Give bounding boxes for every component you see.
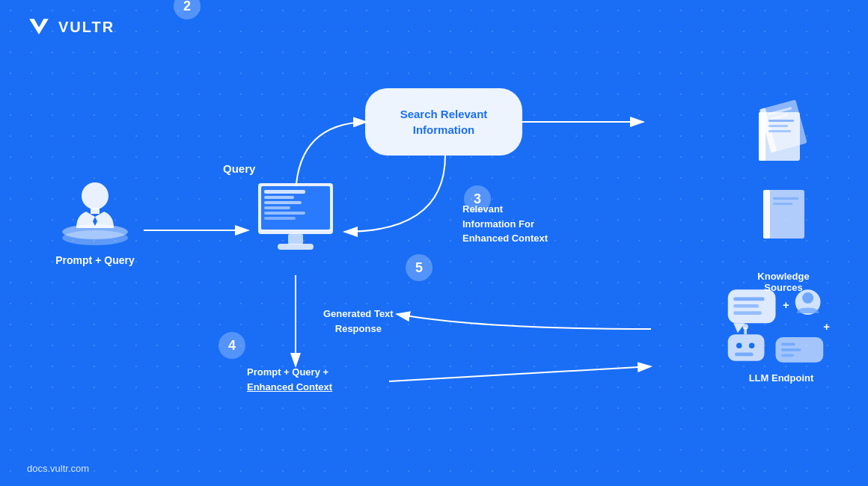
header: VULTR: [27, 16, 114, 37]
llm-endpoint: + + LLM Endpoint: [721, 284, 841, 384]
step-5-badge: 5: [406, 254, 433, 281]
svg-rect-37: [733, 304, 759, 308]
user-icon: [58, 164, 132, 247]
user-figure: Prompt + Query: [46, 164, 144, 266]
svg-text:+: +: [783, 298, 789, 311]
svg-point-9: [82, 182, 109, 209]
llm-label: LLM Endpoint: [721, 372, 841, 384]
svg-rect-29: [768, 130, 791, 132]
svg-rect-15: [264, 201, 302, 204]
svg-rect-17: [264, 212, 305, 215]
svg-rect-28: [768, 125, 788, 127]
svg-rect-52: [781, 354, 794, 357]
svg-point-44: [736, 342, 742, 348]
prompt-query-context-label: Prompt + Query +Enhanced Context: [247, 365, 332, 394]
svg-rect-19: [288, 234, 303, 244]
vultr-logo-icon: [27, 16, 51, 37]
svg-rect-14: [264, 196, 294, 199]
svg-rect-43: [728, 334, 765, 361]
knowledge-icon: [746, 75, 821, 172]
svg-rect-36: [733, 298, 764, 301]
search-box-text: Search RelevantInformation: [400, 106, 488, 138]
svg-rect-26: [759, 112, 765, 161]
svg-rect-31: [763, 190, 770, 239]
svg-rect-46: [735, 353, 753, 357]
query-label: Query: [223, 162, 255, 175]
svg-point-40: [802, 292, 813, 304]
svg-rect-50: [781, 342, 795, 345]
step-4-badge: 4: [218, 332, 245, 359]
svg-rect-10: [91, 208, 100, 214]
svg-line-5: [389, 366, 651, 381]
computer-figure: [247, 179, 344, 261]
step-2-badge: 2: [174, 0, 201, 19]
svg-rect-20: [278, 244, 314, 250]
user-label: Prompt + Query: [46, 254, 144, 266]
svg-rect-13: [264, 190, 305, 194]
knowledge-icon-2: [746, 167, 821, 265]
logo-text: VULTR: [58, 19, 114, 36]
svg-point-45: [749, 342, 755, 348]
computer-icon: [251, 179, 340, 258]
svg-rect-27: [768, 120, 794, 122]
svg-rect-51: [781, 348, 801, 351]
relevant-info-label: RelevantInformation ForEnhanced Context: [462, 202, 548, 246]
generated-text-label: Generated TextResponse: [323, 307, 394, 336]
search-box: Search RelevantInformation: [365, 88, 522, 156]
svg-rect-18: [264, 217, 296, 220]
svg-rect-33: [773, 203, 792, 205]
svg-rect-32: [773, 197, 798, 200]
svg-rect-16: [264, 206, 290, 209]
svg-point-48: [742, 324, 748, 330]
llm-icon: + +: [725, 284, 837, 366]
svg-rect-38: [733, 311, 762, 315]
footer-link[interactable]: docs.vultr.com: [27, 463, 89, 474]
knowledge-sources: Knowledge Sources: [742, 75, 825, 293]
svg-text:+: +: [823, 320, 830, 333]
svg-marker-6: [29, 19, 49, 34]
